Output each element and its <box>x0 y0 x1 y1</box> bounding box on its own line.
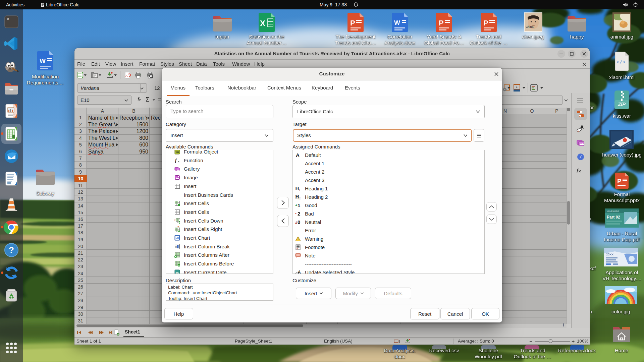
svg-text:I: I <box>399 339 400 344</box>
svg-text:I: I <box>299 188 300 191</box>
svg-text:W: W <box>40 57 46 64</box>
svg-text:0: 0 <box>298 219 300 225</box>
svg-text:>_: >_ <box>7 17 12 22</box>
svg-text:f: f <box>175 158 177 163</box>
svg-text:P: P <box>439 19 444 27</box>
svg-text:A: A <box>580 125 584 130</box>
svg-text:P: P <box>617 178 622 185</box>
svg-text:P: P <box>483 19 488 27</box>
svg-text:China: China <box>526 25 534 28</box>
svg-text:×: × <box>178 160 179 163</box>
svg-text:YOUR LOGO: YOUR LOGO <box>607 210 619 212</box>
svg-text:Part 02: Part 02 <box>607 215 620 220</box>
svg-text:2: 2 <box>298 211 300 217</box>
svg-text:II: II <box>299 197 301 200</box>
svg-text:W: W <box>394 19 400 26</box>
svg-text:A: A <box>298 270 301 274</box>
svg-text:</>: </> <box>616 60 626 65</box>
svg-text:+: + <box>295 203 297 207</box>
svg-text:A: A <box>125 74 128 77</box>
svg-text:-: - <box>295 211 297 216</box>
svg-text:±: ± <box>295 220 297 224</box>
svg-text:20XX: 20XX <box>606 253 613 256</box>
svg-text:X: X <box>260 19 265 28</box>
svg-text:!: ! <box>298 238 299 241</box>
svg-text:?: ? <box>9 245 14 255</box>
svg-text:ZiP: ZiP <box>618 101 626 107</box>
svg-text:A: A <box>296 152 300 158</box>
svg-text:√a: √a <box>175 150 179 154</box>
svg-text:1: 1 <box>298 202 300 208</box>
svg-text:15: 15 <box>175 271 179 274</box>
svg-text:P: P <box>350 19 355 27</box>
